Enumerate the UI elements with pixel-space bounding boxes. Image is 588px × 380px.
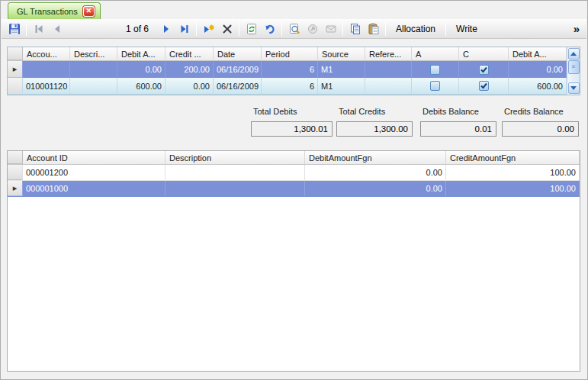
copy-button[interactable] [346,21,364,37]
cell-date[interactable]: 06/16/2009 [214,61,262,78]
next-record-button[interactable] [157,21,175,37]
cell-account-id[interactable]: 000001000 [23,181,165,196]
col-header-debit-fgn[interactable]: Debit A... [509,47,567,60]
col-header-c[interactable]: C [459,47,509,60]
email-button[interactable] [322,21,339,37]
cell-debit-amount-fgn[interactable]: 0.00 [305,165,446,180]
col-header-description[interactable]: Descri... [70,47,117,60]
row-selector[interactable] [8,165,23,180]
toolbar-separator [342,22,343,36]
col-header-debit[interactable]: Debit A... [117,47,165,60]
cell-debit-amount-fgn[interactable]: 0.00 [305,181,446,196]
checkbox-unchecked-icon[interactable] [430,65,440,75]
cell-reference[interactable] [365,78,412,95]
header-row-selector [8,47,23,60]
cell-debit-fgn[interactable]: 0.00 [509,61,567,78]
print-preview-button[interactable] [285,21,303,37]
col-header-period[interactable]: Period [262,47,318,60]
first-record-button[interactable] [30,21,47,37]
post-button[interactable] [304,21,321,37]
cell-period[interactable]: 6 [262,61,318,78]
toolbar-separator [281,22,282,36]
row-selector[interactable]: ▸ [8,181,23,196]
table-row[interactable]: 000001200 0.00 100.00 [8,165,580,181]
cell-a-checkbox[interactable] [412,61,459,78]
new-record-icon [203,23,215,35]
toolbar-overflow-button[interactable]: » [574,22,583,35]
scroll-up-button[interactable] [568,48,580,60]
tab-gl-transactions[interactable]: GL Transactions ✕ [8,2,101,19]
credits-balance-group: Credits Balance 0.00 [502,107,579,137]
new-record-button[interactable] [200,21,217,37]
last-record-icon [178,23,191,35]
table-row[interactable]: ▸ 000001000 0.00 100.00 [8,181,580,197]
table-row[interactable]: ▸ 0.00 200.00 06/16/2009 6 M1 0.00 [8,61,567,78]
debits-balance-label: Debits Balance [420,107,496,116]
scroll-down-button[interactable] [568,82,580,94]
table-row[interactable]: 010001120 600.00 0.00 06/16/2009 6 M1 60… [8,78,567,95]
cell-source[interactable]: M1 [318,61,365,78]
checkbox-checked-icon[interactable] [479,81,489,91]
col-header-reference[interactable]: Refere... [365,47,412,60]
gl-transactions-window: GL Transactions ✕ 1 of 6 [0,0,588,380]
col-header-credit-amount-fgn[interactable]: CreditAmountFgn [446,151,580,164]
cell-account[interactable] [23,61,70,78]
cell-debit[interactable]: 600.00 [117,78,165,95]
col-header-credit[interactable]: Credit ... [165,47,214,60]
tab-title: GL Transactions [17,7,78,16]
row-selector[interactable] [8,78,23,95]
cell-period[interactable]: 6 [262,78,318,95]
cell-source[interactable]: M1 [318,78,365,95]
allocation-button[interactable]: Allocation [389,22,442,36]
row-selector[interactable]: ▸ [8,61,23,78]
cell-credit[interactable]: 0.00 [165,78,214,95]
detail-grid: Account ID Description DebitAmountFgn Cr… [7,150,580,372]
cell-credit[interactable]: 200.00 [165,61,214,78]
checkbox-unchecked-icon[interactable] [430,81,440,91]
previous-record-icon [51,23,63,35]
write-button[interactable]: Write [449,22,484,36]
cell-description[interactable] [165,165,305,180]
cell-debit[interactable]: 0.00 [117,61,165,78]
col-header-account[interactable]: Accou... [23,47,70,60]
tab-close-icon[interactable]: ✕ [83,6,95,17]
cell-debit-fgn[interactable]: 600.00 [509,78,567,95]
total-debits-label: Total Debits [251,107,333,116]
debits-balance-group: Debits Balance 0.01 [420,107,496,137]
cell-description[interactable] [165,181,305,196]
cell-c-checkbox[interactable] [459,61,509,78]
col-header-source[interactable]: Source [318,47,365,60]
cell-date[interactable]: 06/16/2009 [214,78,262,95]
cell-reference[interactable] [365,61,412,78]
email-icon [325,23,337,35]
col-header-date[interactable]: Date [214,47,262,60]
refresh-button[interactable] [243,21,260,37]
cell-description[interactable] [70,61,117,78]
last-record-button[interactable] [175,21,193,37]
checkbox-checked-icon[interactable] [479,65,489,75]
cell-description[interactable] [70,78,117,95]
cell-account-id[interactable]: 000001200 [23,165,165,180]
cell-credit-amount-fgn[interactable]: 100.00 [446,181,580,196]
col-header-description[interactable]: Description [165,151,305,164]
vertical-scrollbar[interactable]: ≡ [567,47,580,95]
save-button[interactable] [5,21,23,37]
total-credits-group: Total Credits 1,300.00 [336,107,413,137]
col-header-account-id[interactable]: Account ID [23,151,165,164]
col-header-a[interactable]: A [412,47,459,60]
delete-button[interactable] [218,21,236,37]
cell-a-checkbox[interactable] [412,78,459,95]
undo-button[interactable] [261,21,278,37]
paste-button[interactable] [365,21,382,37]
col-header-debit-amount-fgn[interactable]: DebitAmountFgn [305,151,446,164]
cell-credit-amount-fgn[interactable]: 100.00 [446,165,580,180]
delete-icon [221,23,233,35]
previous-record-button[interactable] [48,21,66,37]
cell-c-checkbox[interactable] [459,78,509,95]
toolbar-separator [196,22,197,36]
scrollbar-thumb[interactable]: ≡ [568,60,580,74]
header-row-selector [8,151,23,164]
toolbar-separator [445,22,446,36]
cell-account[interactable]: 010001120 [23,78,70,95]
first-record-icon [33,23,45,35]
